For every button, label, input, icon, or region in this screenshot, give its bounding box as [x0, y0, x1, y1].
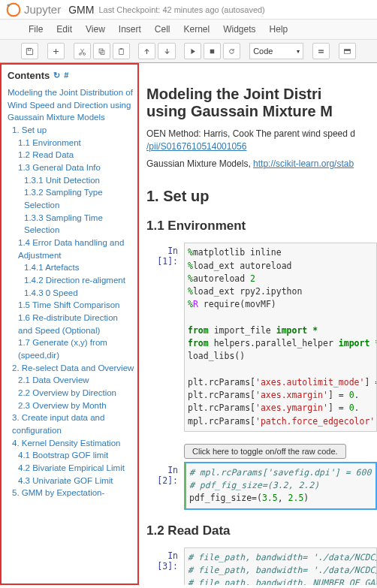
toc-panel: Contents ↻ # Modeling the Joint Distribu…	[0, 63, 139, 585]
toc-link[interactable]: 4.1 Bootstrap GOF limit	[8, 449, 134, 462]
restart-button[interactable]	[223, 43, 240, 59]
svg-rect-13	[344, 49, 350, 50]
add-cell-button[interactable]	[47, 43, 65, 59]
run-button[interactable]	[184, 43, 201, 59]
toc-link[interactable]: 1.4.1 Artefacts	[8, 261, 134, 274]
svg-rect-11	[318, 52, 324, 53]
menu-cell[interactable]: Cell	[155, 24, 170, 35]
menu-edit[interactable]: Edit	[56, 24, 72, 35]
toolbar: Code	[0, 40, 377, 63]
header: Jupyter GMM Last Checkpoint: 42 minutes …	[0, 0, 377, 20]
prompt: In [1]:	[142, 243, 184, 432]
refresh-icon[interactable]: ↻	[53, 70, 60, 82]
svg-point-1	[8, 4, 10, 6]
intro-paragraph-1: OEN Method: Harris, Cook The parent wind…	[146, 128, 377, 153]
toc-link[interactable]: 2. Re-select Data and Overview	[8, 362, 134, 375]
menu-help[interactable]: Help	[270, 24, 288, 35]
toc-link[interactable]: Modeling the Joint Distribution of Wind …	[8, 86, 134, 124]
menu-file[interactable]: File	[29, 24, 43, 35]
jupyter-logo[interactable]: Jupyter	[6, 2, 61, 17]
numbering-icon[interactable]: #	[64, 70, 68, 82]
toc-link[interactable]: 1.4 Error Data handling and Adjustment	[8, 237, 134, 261]
toc-title: Contents ↻ #	[8, 69, 134, 86]
toc-link[interactable]: 4.3 Univariate GOF Limit	[8, 475, 134, 487]
code-cell-1[interactable]: In [1]: %matplotlib inline %load_ext aut…	[142, 243, 377, 432]
toc-link[interactable]: 1.5 Time Shift Comparison	[8, 299, 134, 312]
toc-link[interactable]: 4. Kernel Density Estimation	[8, 437, 134, 450]
code-input[interactable]: # file_path, bandwidth= './data/NCDC/eur…	[184, 547, 377, 585]
notebook-name[interactable]: GMM	[68, 4, 94, 16]
toc-link[interactable]: 2.1 Data Overview	[8, 374, 134, 387]
svg-rect-7	[119, 49, 123, 55]
cut-button[interactable]	[74, 43, 91, 59]
toc-link[interactable]: 1.3.1 Unit Detection	[8, 174, 134, 187]
menubar: FileEditViewInsertCellKernelWidgetsHelp	[0, 20, 377, 40]
main-area: Contents ↻ # Modeling the Joint Distribu…	[0, 63, 377, 585]
svg-rect-9	[210, 49, 215, 53]
toc-link[interactable]: 1.4.3 0 Speed	[8, 287, 134, 300]
command-palette-button[interactable]	[312, 43, 330, 59]
toc-link[interactable]: 1.3.2 Sampling Type Selection	[8, 186, 134, 211]
menu-view[interactable]: View	[86, 24, 105, 35]
logo-text: Jupyter	[24, 3, 61, 16]
toc-link[interactable]: 1.7 Generate (x,y) from (speed,dir)	[8, 336, 134, 361]
toc-link[interactable]: 4.2 Bivariate Empirical Limit	[8, 462, 134, 475]
toc-scroll[interactable]: Contents ↻ # Modeling the Joint Distribu…	[2, 65, 137, 583]
toc-link[interactable]: 5. GMM by Expectation-	[8, 487, 134, 499]
toc-link[interactable]: 2.3 Overview by Month	[8, 400, 134, 412]
code-input[interactable]: %matplotlib inline %load_ext autoreload …	[184, 243, 377, 432]
menu-insert[interactable]: Insert	[119, 24, 141, 35]
toc-link[interactable]: 1.2 Read Data	[8, 149, 134, 161]
section-1-heading: 1. Set up	[146, 188, 377, 205]
toc-link[interactable]: 1.1 Environment	[8, 137, 134, 149]
intro-paragraph-2: Gaussian Mixture Models, http://scikit-l…	[146, 158, 377, 170]
toc-link[interactable]: 1.4.2 Direction re-aligment	[8, 274, 134, 287]
toc-link[interactable]: 1. Set up	[8, 124, 134, 137]
sklearn-link[interactable]: http://scikit-learn.org/stab	[253, 158, 354, 169]
save-button[interactable]	[21, 43, 38, 59]
menu-widgets[interactable]: Widgets	[223, 24, 255, 35]
toc-link[interactable]: 1.6 Re-distribute Direction and Speed (O…	[8, 312, 134, 336]
code-cell-2[interactable]: In [2]: # mpl.rcParams['savefig.dpi'] = …	[142, 462, 377, 510]
section-1-2-heading: 1.2 Read Data	[146, 523, 377, 538]
code-input[interactable]: # mpl.rcParams['savefig.dpi'] = 600 # pd…	[184, 462, 377, 510]
checkpoint-text: Last Checkpoint: 42 minutes ago (autosav…	[98, 5, 264, 14]
toc-link[interactable]: 1.3.3 Sampling Time Selection	[8, 212, 134, 237]
section-1-1-heading: 1.1 Environment	[146, 219, 377, 234]
copy-button[interactable]	[93, 43, 110, 59]
paste-button[interactable]	[113, 43, 130, 59]
svg-rect-10	[318, 50, 324, 50]
stop-button[interactable]	[204, 43, 221, 59]
toggle-raw-code-button[interactable]: Click here to toggle on/off the raw code…	[184, 444, 346, 459]
move-down-button[interactable]	[158, 43, 175, 59]
notebook-content[interactable]: Modeling the Joint Distriusing Gaussain …	[139, 63, 377, 585]
toc-link[interactable]: 3. Create input data and configuration	[8, 412, 134, 436]
svg-rect-8	[120, 48, 122, 49]
celltype-select[interactable]: Code	[249, 43, 303, 59]
menu-kernel[interactable]: Kernel	[184, 24, 210, 35]
code-cell-3[interactable]: In [3]: # file_path, bandwidth= './data/…	[142, 547, 377, 585]
toc-link[interactable]: 1.3 General Data Info	[8, 161, 134, 174]
page-title: Modeling the Joint Distriusing Gaussain …	[146, 86, 377, 120]
celltoolbar-button[interactable]	[339, 43, 356, 59]
doi-link[interactable]: /pii/S0167610514001056	[146, 141, 246, 152]
prompt: In [2]:	[142, 462, 184, 510]
move-up-button[interactable]	[138, 43, 155, 59]
prompt: In [3]:	[142, 547, 184, 585]
toc-link[interactable]: 2.2 Overview by Direction	[8, 387, 134, 400]
